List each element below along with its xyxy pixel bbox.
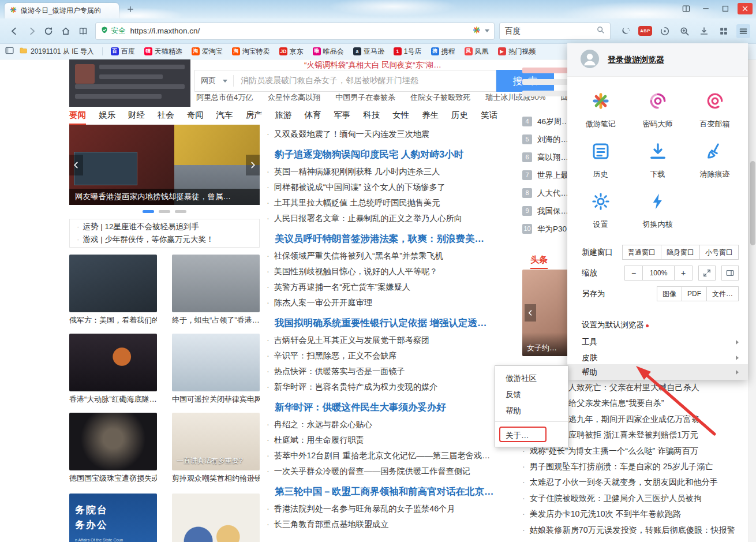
menu-switch-core[interactable]: 切换内核 (629, 191, 686, 230)
home-button[interactable] (58, 24, 73, 39)
collector-star-icon[interactable] (472, 25, 481, 37)
hot-search-link[interactable]: 住院女子被殴致死 (410, 92, 470, 103)
maximize-button[interactable] (718, 3, 733, 14)
menu-item-tools[interactable]: 工具 (567, 334, 748, 351)
close-button[interactable] (738, 3, 753, 14)
fullscreen-button[interactable] (698, 266, 716, 281)
bookmark-item[interactable]: 淘 淘宝特卖 (227, 45, 275, 58)
carousel-prev-button[interactable] (69, 155, 83, 175)
news-headline[interactable]: 又双叒叕地震了！缅甸一天内连发三次地震 (267, 126, 497, 142)
carousel-dot[interactable] (175, 210, 186, 213)
menu-item-help[interactable]: 帮助 (567, 364, 748, 380)
save-as-option-button[interactable]: 文件… (706, 286, 739, 301)
tile-windows-button[interactable] (679, 3, 694, 14)
category-tab[interactable]: 房产 (246, 109, 263, 122)
news-headline[interactable]: 一次关乎群众冷暖的督查——国务院供暖工作督查侧记 (267, 463, 497, 479)
menu-clear-traces[interactable]: 清除痕迹 (686, 141, 743, 180)
window-option-button[interactable]: 隐身窗口 (661, 245, 700, 260)
photo-news-card[interactable]: 中国可遥控关闭菲律宾电网… (172, 334, 260, 405)
sidebar-toggle-icon[interactable] (5, 46, 14, 57)
menu-item-set-default-browser[interactable]: 设置为默认浏览器 (567, 316, 748, 334)
hot-search-link[interactable]: 阿里总市值4万亿 (196, 92, 253, 103)
menu-password-master[interactable]: 密码大师 (629, 91, 686, 129)
category-tab[interactable]: 娱乐 (99, 109, 115, 122)
news-headline[interactable]: 香港法院判处一名参与旺角暴乱的女子监禁46个月 (267, 501, 497, 517)
chevron-down-icon[interactable] (485, 29, 489, 32)
refresh-button[interactable] (41, 24, 56, 39)
category-tab[interactable]: 奇闻 (187, 109, 204, 122)
category-tab[interactable]: 笑话 (481, 109, 497, 122)
news-headline[interactable]: 冉绍之：永远与群众心贴心 (267, 417, 497, 432)
zoom-out-button[interactable]: − (624, 266, 643, 281)
quick-link[interactable]: 运势 | 12星座谁不会被轻易追到手 (77, 220, 252, 233)
news-headline[interactable]: 新华时评：供暖这件民生大事须办妥办好 (267, 400, 497, 414)
category-tab[interactable]: 体育 (304, 109, 321, 122)
news-image-placeholder[interactable]: 务院台务办公n Affairs Of the State Coun (69, 494, 157, 542)
save-as-option-button[interactable]: PDF (682, 286, 707, 301)
bookmark-item[interactable]: 唯 唯品会 (308, 45, 349, 58)
category-tab[interactable]: 女性 (392, 109, 409, 122)
browser-tab[interactable]: 傲游今日_傲游用户专属的 (5, 3, 119, 18)
category-tab[interactable]: 军事 (334, 109, 350, 122)
news-image-placeholder[interactable] (172, 494, 260, 542)
submenu-item-about[interactable]: 关于… (506, 431, 529, 441)
bookmark-item[interactable]: 淘 爱淘宝 (187, 45, 227, 58)
news-headline[interactable]: 新华时评：岂容名贵特产成为权力变现的媒介 (267, 379, 497, 395)
photo-news-card[interactable]: 香港“大动脉”红磡海底隧… (69, 334, 157, 405)
window-option-button[interactable]: 小号窗口 (699, 245, 739, 260)
night-mode-icon[interactable] (619, 24, 633, 38)
category-tab[interactable]: 汽车 (216, 109, 233, 122)
window-option-button[interactable]: 普通窗口 (622, 245, 661, 260)
news-headline[interactable]: 社保领域严重失信将被列入“黑名单”并禁乘飞机 (267, 248, 497, 264)
news-headline[interactable]: 美发店办卡10元洗10次 不到半年卷款跑路 (522, 506, 748, 522)
category-tab[interactable]: 旅游 (275, 109, 291, 122)
bookmark-item[interactable]: ▶ 热门视频 (493, 45, 541, 58)
photo-news-card[interactable]: 俄军方：美国，看着我们的… (69, 255, 157, 326)
news-headline[interactable]: 荟萃中外12台剧目 重拾老北京文化记忆——第三届老舍戏… (267, 448, 497, 463)
bookmark-folder[interactable]: 20191101 从 IE 导入 (19, 46, 94, 57)
search-icon[interactable] (596, 25, 605, 36)
news-headline[interactable]: 同样都被说成“中国间谍” 这个女人的下场惨多了 (267, 180, 497, 195)
bookmark-item[interactable]: 携 携程 (426, 45, 460, 58)
carousel-dot[interactable] (159, 210, 170, 213)
news-headline[interactable]: 土耳其里拉大幅贬值 土总统呼吁国民抛售美元 (267, 195, 497, 211)
apps-grid-icon[interactable] (717, 24, 731, 38)
category-tab[interactable]: 社会 (158, 109, 174, 122)
hot-search-link[interactable]: 中国男子在泰被杀 (335, 92, 395, 103)
menu-settings[interactable]: 设置 (572, 191, 629, 230)
category-tab[interactable]: 养生 (422, 109, 439, 122)
news-headline[interactable]: 姑娘装修新房70万元误发投资，转账后彻底傻眼：快报警 (522, 522, 748, 538)
news-headline[interactable]: 陈杰人案一审公开开庭审理 (267, 295, 497, 311)
news-headline[interactable]: 男子围观坠车打捞崩溃：车是自家的 25岁儿子溺亡 (522, 459, 748, 474)
split-view-button[interactable] (721, 266, 739, 281)
news-headline[interactable]: 英警方再逮捕一名“死亡货车”案嫌疑人 (267, 279, 497, 295)
new-tab-button[interactable] (125, 5, 136, 16)
menu-uumail[interactable]: 百变邮箱 (686, 91, 743, 129)
category-tab[interactable]: 财经 (128, 109, 145, 122)
bookmark-item[interactable]: 1 1号店 (389, 45, 426, 58)
news-headline[interactable]: 吉炳轩会见土耳其正义与发展党干部考察团 (267, 332, 497, 348)
category-tab[interactable]: 历史 (451, 109, 468, 122)
photo-news-card[interactable]: 终于，蛆虫“占领了”香港… (172, 255, 260, 326)
quick-search-box[interactable]: 百度 (499, 23, 611, 40)
category-tab[interactable]: 科技 (363, 109, 380, 122)
save-as-option-button[interactable]: 图像 (657, 286, 682, 301)
address-bar[interactable]: 安全 https://i.maxthon.cn/ (95, 23, 495, 40)
news-headline[interactable]: 我国拟明确系统重要性银行认定依据 增强认定透… (267, 316, 497, 330)
reader-mode-icon[interactable] (76, 24, 91, 39)
carousel-dot[interactable] (143, 210, 154, 213)
photo-news-card[interactable]: 德国国宝级珠宝遭窃损失或… (69, 413, 157, 484)
forward-button[interactable] (24, 24, 39, 39)
login-link[interactable]: 登录傲游浏览器 (608, 55, 664, 65)
news-headline[interactable]: 美国性别歧视触目惊心，说好的人人平等呢？ (267, 264, 497, 279)
menu-history[interactable]: 历史 (572, 141, 629, 180)
news-carousel[interactable]: 网友曝香港漫画家内地捞钱却挺暴徒，曾属… (69, 125, 260, 205)
news-headline[interactable]: 太难忍了小伙一到冬天就变身，女朋友因此和他分手 (522, 474, 748, 490)
photo-prev-button[interactable] (525, 304, 536, 322)
category-tab[interactable]: 要闻 (69, 109, 86, 122)
menu-downloads[interactable]: 下载 (629, 141, 686, 180)
carousel-caption[interactable]: 网友曝香港漫画家内地捞钱却挺暴徒，曾属… (69, 189, 260, 205)
tab-toutiao[interactable]: 头条 (530, 255, 548, 269)
page-search-input[interactable]: 网页 消防员凌晨破门救自杀女子，邻居被吵醒开门埋怨 (194, 70, 496, 92)
submenu-item[interactable]: 反馈 (495, 387, 568, 403)
